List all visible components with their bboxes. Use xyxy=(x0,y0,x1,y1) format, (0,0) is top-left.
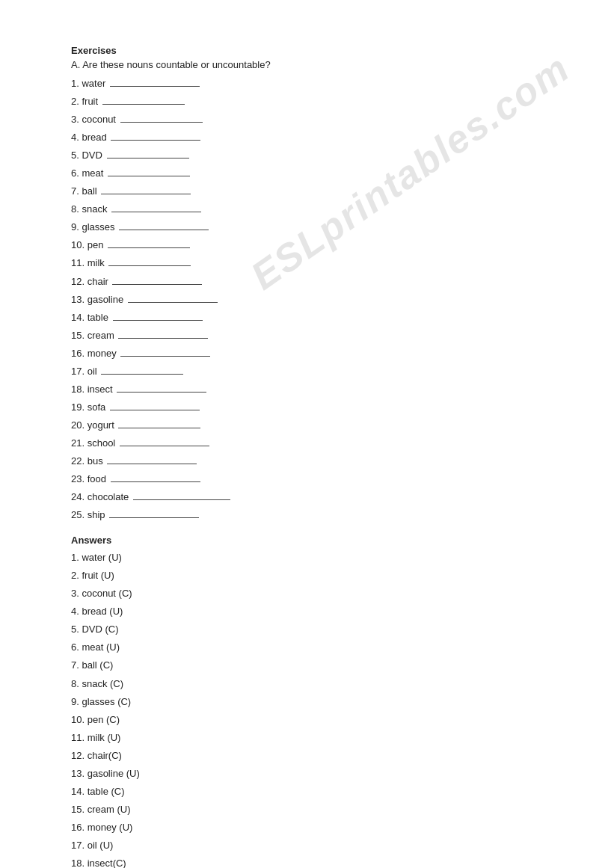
exercise-blank[interactable] xyxy=(108,176,190,176)
exercise-number: 6. meat xyxy=(71,167,106,179)
answer-item: 6. meat (U) xyxy=(71,638,543,656)
exercise-item: 12. chair xyxy=(71,273,543,291)
exercise-blank[interactable] xyxy=(120,356,210,357)
exercise-number: 19. sofa xyxy=(71,401,108,413)
exercise-item: 21. school xyxy=(71,434,543,452)
exercise-blank[interactable] xyxy=(112,284,202,285)
exercise-item: 22. bus xyxy=(71,452,543,470)
exercise-blank[interactable] xyxy=(101,194,191,194)
exercise-number: 13. gasoline xyxy=(71,294,126,305)
exercise-blank[interactable] xyxy=(108,247,190,248)
answer-item: 13. gasoline (U) xyxy=(71,765,543,783)
exercise-blank[interactable] xyxy=(118,338,208,339)
exercise-number: 23. food xyxy=(71,473,109,484)
answer-item: 9. glasses (C) xyxy=(71,693,543,711)
exercise-number: 22. bus xyxy=(71,455,105,467)
exercise-number: 5. DVD xyxy=(71,150,105,161)
exercise-item: 20. yogurt xyxy=(71,416,543,434)
exercise-number: 8. snack xyxy=(71,203,110,215)
exercise-number: 10. pen xyxy=(71,239,106,250)
exercise-blank[interactable] xyxy=(118,428,200,428)
exercise-item: 24. chocolate xyxy=(71,488,543,506)
exercise-number: 25. ship xyxy=(71,509,108,520)
answer-item: 15. cream (U) xyxy=(71,801,543,819)
exercise-number: 4. bread xyxy=(71,132,109,143)
exercise-list: 1. water 2. fruit 3. coconut 4. bread 5.… xyxy=(71,75,543,524)
exercise-number: 1. water xyxy=(71,78,108,89)
answer-item: 12. chair(C) xyxy=(71,747,543,765)
answer-item: 10. pen (C) xyxy=(71,711,543,729)
answer-item: 2. fruit (U) xyxy=(71,567,543,585)
exercise-number: 9. glasses xyxy=(71,221,117,233)
exercise-item: 25. ship xyxy=(71,506,543,524)
exercise-blank[interactable] xyxy=(133,499,230,500)
exercise-item: 19. sofa xyxy=(71,398,543,416)
exercise-number: 20. yogurt xyxy=(71,419,117,431)
exercise-blank[interactable] xyxy=(113,320,203,321)
exercise-item: 9. glasses xyxy=(71,218,543,236)
exercise-item: 1. water xyxy=(71,75,543,93)
exercise-blank[interactable] xyxy=(128,302,218,303)
instruction: A. Are these nouns countable or uncounta… xyxy=(71,59,543,70)
exercise-item: 10. pen xyxy=(71,236,543,254)
exercise-number: 14. table xyxy=(71,312,111,323)
exercise-item: 8. snack xyxy=(71,200,543,218)
exercise-item: 4. bread xyxy=(71,129,543,147)
exercise-item: 15. cream xyxy=(71,327,543,345)
page: ESLprintables.com Exercises A. Are these… xyxy=(0,0,614,868)
exercise-blank[interactable] xyxy=(120,446,209,446)
exercise-item: 2. fruit xyxy=(71,93,543,111)
answer-item: 17. oil (U) xyxy=(71,837,543,855)
exercises-title: Exercises xyxy=(71,45,543,56)
exercise-blank[interactable] xyxy=(110,410,200,410)
exercise-item: 18. insect xyxy=(71,381,543,398)
exercise-item: 6. meat xyxy=(71,164,543,182)
answer-item: 4. bread (U) xyxy=(71,603,543,621)
answer-item: 14. table (C) xyxy=(71,783,543,801)
answer-item: 3. coconut (C) xyxy=(71,585,543,603)
exercise-number: 7. ball xyxy=(71,185,99,197)
exercise-number: 16. money xyxy=(71,348,119,359)
exercise-blank[interactable] xyxy=(108,265,191,266)
exercise-blank[interactable] xyxy=(107,158,189,158)
answer-item: 16. money (U) xyxy=(71,819,543,837)
exercise-number: 17. oil xyxy=(71,366,99,377)
exercise-blank[interactable] xyxy=(107,464,197,464)
exercise-blank[interactable] xyxy=(111,481,200,482)
exercise-blank[interactable] xyxy=(111,140,200,141)
exercise-item: 5. DVD xyxy=(71,147,543,164)
exercise-number: 15. cream xyxy=(71,330,117,341)
exercise-item: 17. oil xyxy=(71,363,543,381)
exercise-number: 11. milk xyxy=(71,257,107,268)
answer-item: 5. DVD (C) xyxy=(71,621,543,638)
exercise-blank[interactable] xyxy=(119,230,209,230)
exercise-item: 11. milk xyxy=(71,254,543,272)
exercise-number: 24. chocolate xyxy=(71,491,132,502)
answers-title: Answers xyxy=(71,535,543,546)
exercise-item: 3. coconut xyxy=(71,111,543,129)
exercise-item: 7. ball xyxy=(71,182,543,200)
exercise-number: 2. fruit xyxy=(71,96,101,107)
exercise-number: 12. chair xyxy=(71,276,111,287)
exercise-item: 16. money xyxy=(71,345,543,363)
exercise-blank[interactable] xyxy=(101,374,183,375)
answer-item: 7. ball (C) xyxy=(71,656,543,674)
answer-item: 8. snack (C) xyxy=(71,675,543,693)
exercise-blank[interactable] xyxy=(110,86,200,87)
exercise-number: 18. insect xyxy=(71,384,115,395)
exercise-blank[interactable] xyxy=(111,212,201,212)
answers-list: 1. water (U)2. fruit (U)3. coconut (C)4.… xyxy=(71,549,543,868)
answer-item: 11. milk (U) xyxy=(71,729,543,747)
exercise-blank[interactable] xyxy=(102,104,185,105)
exercise-number: 21. school xyxy=(71,437,118,449)
exercise-blank[interactable] xyxy=(120,122,203,123)
exercise-item: 13. gasoline xyxy=(71,291,543,309)
exercise-item: 14. table xyxy=(71,309,543,327)
exercise-blank[interactable] xyxy=(117,392,206,393)
answer-item: 1. water (U) xyxy=(71,549,543,567)
exercise-number: 3. coconut xyxy=(71,114,119,125)
exercise-blank[interactable] xyxy=(109,517,199,518)
exercise-item: 23. food xyxy=(71,470,543,488)
answer-item: 18. insect(C) xyxy=(71,855,543,868)
